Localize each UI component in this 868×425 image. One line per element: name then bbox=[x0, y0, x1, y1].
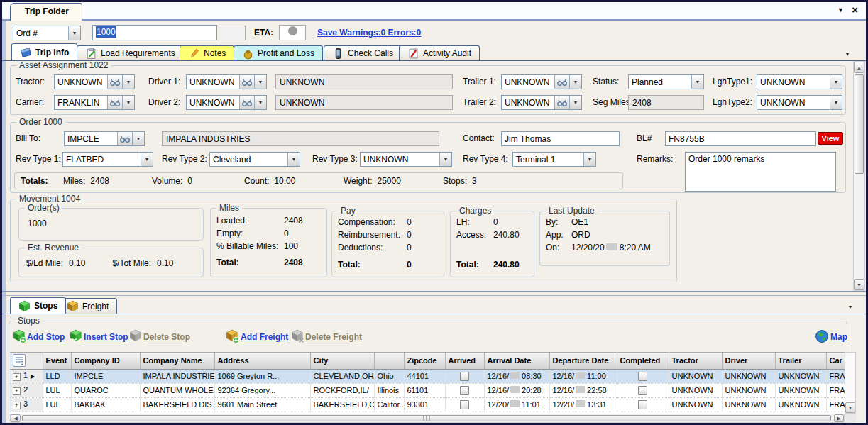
rev-type3-select[interactable]: UNKNOWN ▼ bbox=[360, 152, 452, 167]
col-trailer[interactable]: Trailer bbox=[775, 353, 826, 369]
lghtype1-select[interactable]: UNKNOWN ▼ bbox=[757, 74, 842, 89]
stop-row[interactable]: +1▶ LLD IMPCLE IMPALA INDUSTRIES 1069 Gr… bbox=[10, 369, 845, 383]
bill-to-combo[interactable]: IMPCLE ▼ bbox=[64, 131, 145, 146]
tractor-combo[interactable]: UNKNOWN ▼ bbox=[54, 74, 135, 89]
col-state[interactable] bbox=[374, 353, 404, 369]
chevron-down-icon[interactable]: ▼ bbox=[132, 132, 144, 145]
scroll-up-icon[interactable]: ▲ bbox=[854, 62, 864, 73]
col-company-id[interactable]: Company ID bbox=[71, 353, 140, 369]
save-warnings-link[interactable]: Save Warnings:0 Errors:0 bbox=[317, 28, 421, 38]
map-link[interactable]: Map bbox=[830, 332, 847, 342]
lookup-icon[interactable] bbox=[554, 75, 569, 89]
search-input[interactable]: 1000 bbox=[92, 25, 217, 40]
trip-folder-tab[interactable]: Trip Folder bbox=[10, 3, 82, 21]
stop-row[interactable]: +3 LUL BAKBAK BAKERSFIELD DIS... 9601 Ma… bbox=[10, 397, 845, 412]
rev-type1-select[interactable]: FLATBED ▼ bbox=[62, 152, 153, 167]
chevron-down-icon[interactable]: ▼ bbox=[569, 75, 581, 89]
search-type-select[interactable]: Ord # ▼ bbox=[13, 26, 81, 40]
tab-activity-audit[interactable]: Activity Audit bbox=[399, 45, 480, 60]
stop-row[interactable]: +2 LUL QUAROC QUANTUM WHOLE... 92364 Gre… bbox=[10, 383, 845, 397]
chevron-down-icon[interactable]: ▼ bbox=[830, 96, 842, 109]
chevron-down-icon[interactable]: ▼ bbox=[569, 96, 581, 109]
grid-vscrollbar[interactable]: ▼ bbox=[845, 352, 856, 414]
trailer2-combo[interactable]: UNKNOWN ▼ bbox=[501, 95, 582, 110]
trip-info-scrollbar[interactable]: ▲ ▼ bbox=[853, 61, 865, 291]
chevron-down-icon[interactable]: ▼ bbox=[122, 75, 134, 89]
completed-checkbox[interactable] bbox=[638, 386, 647, 395]
expand-row-icon[interactable]: + bbox=[13, 402, 21, 409]
col-event[interactable]: Event bbox=[43, 353, 71, 369]
chevron-down-icon[interactable]: ▼ bbox=[691, 75, 703, 89]
contact-input[interactable] bbox=[501, 131, 620, 146]
close-icon[interactable]: × bbox=[852, 4, 858, 16]
tab-notes[interactable]: Notes bbox=[180, 45, 234, 60]
bl-number-input[interactable] bbox=[665, 131, 816, 146]
tab-check-calls[interactable]: Check Calls bbox=[324, 45, 402, 60]
col-zipcode[interactable]: Zipcode bbox=[404, 353, 445, 369]
hscrollbar-thumb[interactable] bbox=[22, 415, 831, 421]
grid-scroll-left-icon[interactable]: ◀ bbox=[11, 414, 21, 422]
insert-stop-link[interactable]: Insert Stop bbox=[84, 332, 128, 342]
rev-type4-select[interactable]: Terminal 1 ▼ bbox=[512, 152, 596, 167]
tab-trip-info[interactable]: Trip Info bbox=[11, 43, 77, 60]
lookup-icon[interactable] bbox=[117, 132, 132, 145]
lghtype2-select[interactable]: UNKNOWN ▼ bbox=[757, 95, 842, 110]
add-freight-link[interactable]: Add Freight bbox=[241, 332, 288, 342]
chevron-down-icon[interactable]: ▼ bbox=[141, 153, 153, 166]
delete-stop-link[interactable]: Delete Stop bbox=[143, 332, 190, 342]
remarks-textarea[interactable]: Order 1000 remarks bbox=[685, 152, 836, 192]
col-arrived[interactable]: Arrived bbox=[445, 353, 484, 369]
lookup-icon[interactable] bbox=[107, 75, 122, 89]
col-completed[interactable]: Completed bbox=[617, 353, 669, 369]
driver1-combo[interactable]: UNKNOWN ▼ bbox=[186, 74, 267, 89]
tab-stops[interactable]: Stops bbox=[10, 297, 66, 314]
trailer1-combo[interactable]: UNKNOWN ▼ bbox=[501, 74, 582, 89]
scrollbar-thumb[interactable] bbox=[855, 74, 864, 174]
add-stop-link[interactable]: Add Stop bbox=[27, 332, 65, 342]
arrived-checkbox[interactable] bbox=[460, 386, 469, 395]
lookup-icon[interactable] bbox=[239, 96, 254, 109]
chevron-down-icon[interactable]: ▼ bbox=[254, 96, 266, 109]
chevron-down-icon[interactable]: ▼ bbox=[439, 153, 451, 166]
col-departure-date[interactable]: Departure Date bbox=[549, 353, 617, 369]
col-company-name[interactable]: Company Name bbox=[140, 353, 214, 369]
grid-hscrollbar[interactable]: ◀ ▶ bbox=[10, 414, 845, 423]
expand-row-icon[interactable]: + bbox=[13, 373, 21, 381]
col-arrival-date[interactable]: Arrival Date bbox=[484, 353, 549, 369]
view-button[interactable]: View bbox=[818, 132, 843, 145]
carrier-combo[interactable]: FRANKLIN ▼ bbox=[54, 95, 135, 110]
lookup-icon[interactable] bbox=[554, 96, 569, 109]
tab-freight[interactable]: Freight bbox=[58, 298, 117, 314]
field-chooser-icon[interactable] bbox=[13, 354, 26, 367]
expand-row-icon[interactable]: + bbox=[13, 387, 21, 395]
lookup-icon[interactable] bbox=[239, 75, 254, 89]
chevron-down-icon[interactable]: ▼ bbox=[122, 96, 134, 109]
col-tractor[interactable]: Tractor bbox=[669, 353, 722, 369]
lower-tab-overflow-icon[interactable]: ▾ bbox=[849, 304, 852, 310]
col-city[interactable]: City bbox=[310, 353, 374, 369]
rev-type2-select[interactable]: Cleveland ▼ bbox=[209, 152, 300, 167]
col-driver[interactable]: Driver bbox=[722, 353, 775, 369]
scroll-down-icon[interactable]: ▼ bbox=[854, 279, 864, 290]
window-menu-icon[interactable]: ▾ bbox=[839, 6, 842, 13]
tab-strip-overflow-icon[interactable]: ▾ bbox=[846, 51, 849, 57]
delete-freight-link[interactable]: Delete Freight bbox=[305, 332, 362, 342]
arrived-checkbox[interactable] bbox=[460, 400, 469, 409]
chevron-down-icon[interactable]: ▼ bbox=[254, 75, 266, 89]
chevron-down-icon[interactable]: ▼ bbox=[287, 153, 300, 166]
grid-scroll-down-icon[interactable]: ▼ bbox=[845, 402, 855, 413]
chevron-down-icon[interactable]: ▼ bbox=[830, 75, 842, 89]
arrived-checkbox[interactable] bbox=[460, 372, 469, 381]
lookup-icon[interactable] bbox=[107, 96, 122, 109]
chevron-down-icon[interactable]: ▼ bbox=[68, 26, 80, 40]
status-select[interactable]: Planned ▼ bbox=[628, 74, 704, 89]
col-address[interactable]: Address bbox=[214, 353, 310, 369]
completed-checkbox[interactable] bbox=[638, 372, 647, 381]
chevron-down-icon[interactable]: ▼ bbox=[583, 153, 595, 166]
completed-checkbox[interactable] bbox=[638, 400, 647, 409]
grid-scroll-right-icon[interactable]: ▶ bbox=[834, 414, 844, 422]
tab-profit-and-loss[interactable]: Profit and Loss bbox=[234, 45, 323, 60]
tab-load-requirements[interactable]: Load Requirements bbox=[77, 45, 184, 60]
col-carrier[interactable]: Car bbox=[826, 353, 845, 369]
driver2-combo[interactable]: UNKNOWN ▼ bbox=[186, 95, 267, 110]
